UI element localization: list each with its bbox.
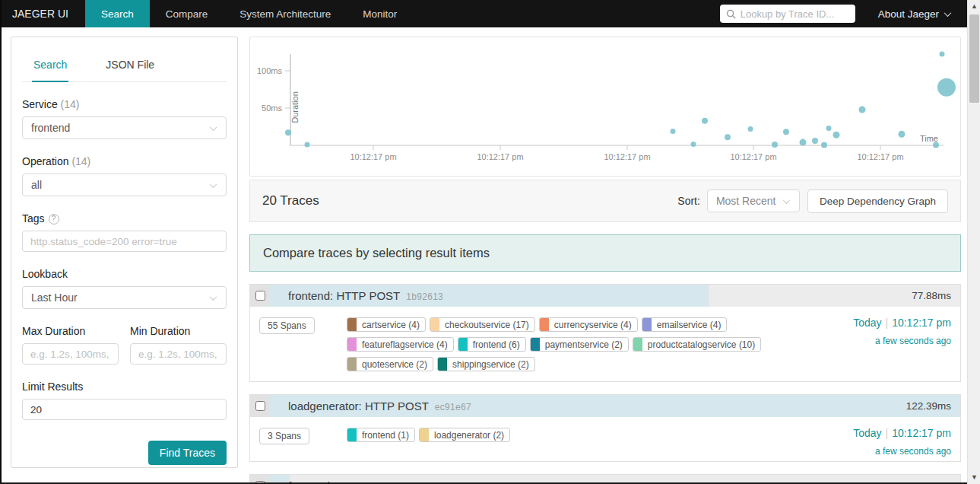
chevron-down-icon bbox=[210, 123, 217, 131]
service-tag[interactable]: featureflagservice (4) bbox=[347, 337, 454, 352]
service-color-swatch bbox=[642, 318, 652, 331]
trace-body: 55 Spans cartservice (4)checkoutservice … bbox=[250, 307, 960, 381]
operation-select[interactable]: all bbox=[22, 174, 227, 196]
chevron-down-icon bbox=[944, 9, 952, 17]
trace-date: Today bbox=[853, 317, 881, 329]
trace-title-text: loadgenerator: HTTP POST bbox=[288, 400, 429, 412]
trace-relative-time: a few seconds ago bbox=[829, 336, 951, 346]
trace-select-checkbox[interactable] bbox=[255, 291, 265, 301]
service-tag-label: cartservice (4) bbox=[357, 320, 425, 330]
trace-select-checkbox[interactable] bbox=[255, 401, 265, 411]
compare-banner: Compare traces by selecting result items bbox=[249, 234, 961, 272]
sidebar-tabs: Search JSON File bbox=[22, 54, 227, 82]
find-traces-button[interactable]: Find Traces bbox=[148, 441, 227, 465]
trace-checkbox-zone bbox=[250, 285, 270, 307]
nav-tab-monitor[interactable]: Monitor bbox=[347, 0, 413, 27]
trace-title: loadgenerator: HTTP POSTec91e67 bbox=[288, 400, 471, 412]
trace-lookup-box[interactable] bbox=[720, 5, 855, 23]
svg-text:Duration: Duration bbox=[290, 91, 300, 123]
trace-relative-time: a few seconds ago bbox=[829, 446, 951, 457]
service-tag-label: shippingservice (2) bbox=[447, 359, 534, 370]
nav-tab-compare[interactable]: Compare bbox=[150, 0, 224, 27]
service-tag[interactable]: shippingservice (2) bbox=[437, 357, 535, 371]
chevron-down-icon bbox=[210, 180, 217, 188]
trace-result-card: frontend: HTTP POST1b92613 77.88ms 55 Sp… bbox=[249, 284, 961, 382]
operation-count: (14) bbox=[71, 155, 90, 167]
nav-tab-system-architecture[interactable]: System Architecture bbox=[224, 0, 347, 27]
help-icon[interactable]: ? bbox=[49, 214, 59, 224]
service-tag-label: emailservice (4) bbox=[652, 320, 727, 330]
spans-column: 55 Spans bbox=[259, 317, 347, 371]
about-jaeger-menu[interactable]: About Jaeger bbox=[878, 8, 950, 20]
service-tag-label: frontend (6) bbox=[468, 339, 525, 350]
service-tag[interactable]: frontend (1) bbox=[347, 428, 415, 442]
duration-row: Max Duration Min Duration bbox=[22, 309, 227, 365]
service-tag[interactable]: checkoutservice (17) bbox=[430, 317, 535, 332]
operation-select-value: all bbox=[31, 179, 42, 191]
svg-text:10:12:17 pm: 10:12:17 pm bbox=[857, 152, 903, 161]
trace-time-column: Today|10:12:17 pm a few seconds ago bbox=[829, 317, 951, 346]
trace-time: 10:12:17 pm bbox=[892, 427, 951, 439]
service-select[interactable]: frontend bbox=[22, 116, 227, 139]
nav-menu: SearchCompareSystem ArchitectureMonitor bbox=[85, 0, 413, 27]
window-edge-left bbox=[0, 0, 2, 484]
service-tag[interactable]: frontend (6) bbox=[458, 337, 526, 352]
span-count-badge[interactable]: 3 Spans bbox=[259, 428, 309, 444]
service-tags: cartservice (4)checkoutservice (17)curre… bbox=[347, 317, 823, 371]
vertical-scrollbar[interactable]: ▲ ▼ bbox=[967, 0, 980, 484]
tags-input[interactable] bbox=[22, 231, 227, 252]
service-tag-label: checkoutservice (17) bbox=[439, 320, 534, 330]
nav-tab-search[interactable]: Search bbox=[85, 0, 150, 27]
tab-json-file[interactable]: JSON File bbox=[104, 54, 156, 81]
tab-search[interactable]: Search bbox=[32, 54, 68, 82]
trace-title: frontend: HTTP POST1b92613 bbox=[288, 289, 443, 302]
results-area: 50ms100ms10:12:17 pm10:12:17 pm10:12:17 … bbox=[249, 37, 961, 484]
limit-results-input[interactable] bbox=[22, 399, 227, 420]
service-tag[interactable]: loadgenerator (2) bbox=[419, 428, 510, 442]
service-color-swatch bbox=[633, 338, 642, 351]
svg-text:10:12:17 pm: 10:12:17 pm bbox=[730, 152, 776, 161]
service-tag[interactable]: emailservice (4) bbox=[642, 317, 728, 332]
chevron-down-icon bbox=[782, 196, 790, 204]
scroll-up-icon[interactable]: ▲ bbox=[968, 0, 980, 13]
deep-dependency-graph-button[interactable]: Deep Dependency Graph bbox=[807, 189, 948, 213]
service-tag[interactable]: quoteservice (2) bbox=[347, 357, 433, 371]
navbar: JAEGER UI SearchCompareSystem Architectu… bbox=[0, 0, 967, 27]
trace-duration-value: 122.39ms bbox=[906, 400, 951, 412]
scatter-plot-panel[interactable]: 50ms100ms10:12:17 pm10:12:17 pm10:12:17 … bbox=[249, 37, 961, 177]
service-color-swatch bbox=[531, 338, 540, 351]
trace-time-column: Today|10:12:17 pm a few seconds ago bbox=[829, 427, 951, 457]
service-color-swatch bbox=[438, 358, 447, 371]
max-duration-input[interactable] bbox=[22, 343, 119, 365]
service-tag[interactable]: cartservice (4) bbox=[347, 317, 426, 332]
service-color-swatch bbox=[540, 318, 549, 331]
compare-banner-text: Compare traces by selecting result items bbox=[263, 246, 490, 260]
service-tags: frontend (1)loadgenerator (2) bbox=[347, 428, 823, 451]
trace-id: ec91e67 bbox=[435, 402, 471, 412]
lookback-label: Lookback bbox=[22, 268, 227, 280]
time-separator: | bbox=[886, 317, 889, 329]
sort-select[interactable]: Most Recent bbox=[707, 189, 800, 212]
about-jaeger-label: About Jaeger bbox=[878, 8, 939, 20]
duration-scatter-chart: 50ms100ms10:12:17 pm10:12:17 pm10:12:17 … bbox=[250, 37, 960, 176]
trace-lookup-input[interactable] bbox=[741, 8, 849, 20]
service-tag-label: loadgenerator (2) bbox=[429, 430, 509, 441]
service-tag[interactable]: paymentservice (2) bbox=[530, 337, 629, 352]
results-header: 20 Traces Sort: Most Recent Deep Depende… bbox=[249, 180, 961, 222]
trace-header[interactable]: frontend: HTTP POST1b92613 77.88ms bbox=[250, 285, 960, 307]
scroll-down-icon[interactable]: ▼ bbox=[968, 471, 980, 484]
chevron-down-icon bbox=[210, 293, 217, 301]
span-count-badge[interactable]: 55 Spans bbox=[259, 317, 315, 334]
lookback-select[interactable]: Last Hour bbox=[22, 286, 227, 309]
min-duration-input[interactable] bbox=[130, 343, 227, 365]
lookback-select-value: Last Hour bbox=[31, 291, 78, 304]
service-color-swatch bbox=[347, 338, 357, 351]
trace-id: 1b92613 bbox=[406, 291, 443, 302]
service-tag[interactable]: currencyservice (4) bbox=[539, 317, 638, 332]
time-separator: | bbox=[886, 427, 889, 439]
tags-label: Tags? bbox=[22, 212, 227, 224]
trace-header[interactable]: loadgenerator: HTTP POSTec91e67 122.39ms bbox=[250, 395, 960, 417]
service-tag[interactable]: productcatalogservice (10) bbox=[633, 337, 761, 352]
scrollbar-thumb[interactable] bbox=[969, 14, 979, 103]
app-brand[interactable]: JAEGER UI bbox=[0, 0, 85, 27]
